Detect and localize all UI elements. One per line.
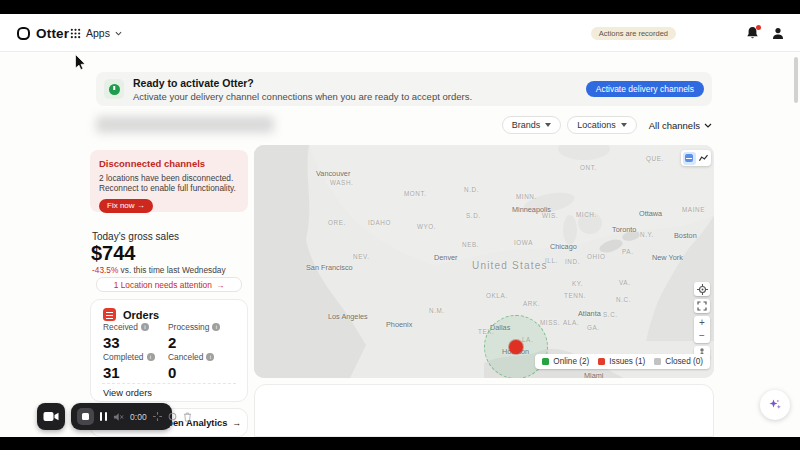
camera-button[interactable] [37,403,65,430]
fullscreen-icon [697,301,707,311]
channels-filter[interactable]: All channels [649,120,712,131]
sparkle-icon [768,398,782,412]
restart-button[interactable] [168,412,177,421]
user-icon [772,27,784,40]
state-label: MAINE [682,206,705,213]
trash-icon [183,412,192,422]
power-icon-tile [104,79,124,99]
alert-title: Disconnected channels [99,158,239,169]
city-label: Miami [584,371,603,378]
city-label: San Francisco [306,263,353,272]
city-label: Phoenix [386,320,412,329]
city-label: Boston [674,231,697,240]
legend-item-online: Online (2) [542,357,589,366]
power-icon [109,84,120,95]
country-label: United States [472,260,548,271]
state-label: NEB. [462,241,479,248]
stat-value: 2 [168,334,238,351]
state-label: N.C. [616,296,631,303]
ai-assistant-button[interactable] [760,390,790,420]
locations-filter[interactable]: Locations [567,116,637,134]
alert-body: 2 locations have been disconnected. Reco… [99,173,239,194]
pause-button[interactable] [100,412,107,421]
legend-swatch-closed [654,358,661,365]
notifications-button[interactable] [746,26,760,40]
state-label: ORE. [328,219,346,226]
info-icon[interactable] [147,353,155,361]
arrow-right-icon: → [232,418,241,428]
account-button[interactable] [772,26,784,44]
letterbox-top [0,0,800,14]
info-icon[interactable] [206,353,214,361]
location-attention-button[interactable]: 1 Location needs attention → [96,277,242,292]
state-label: OHIO [587,253,606,260]
info-icon[interactable] [212,323,220,331]
locate-icon [697,284,708,295]
state-label: IDAHO [368,219,391,226]
mute-button[interactable] [113,412,124,422]
stat-received: Received 33 [103,322,173,351]
state-label: VA. [619,279,630,286]
trend-icon [699,154,708,162]
otter-logo-icon [17,27,30,40]
locations-map[interactable]: WASH.ORE.IDAHOMONT.WYO.NEV.N.D.S.D.NEB.M… [254,145,714,378]
delta-suffix: vs. this time last Wednesday [121,265,226,275]
recording-time: 0:00 [130,412,147,422]
gross-sales-delta: -43.5% vs. this time last Wednesday [92,265,226,275]
city-label: New York [652,253,683,262]
trend-view-button[interactable] [697,152,710,165]
actions-recorded-badge: Actions are recorded [591,27,676,40]
state-label: IND. [565,258,580,265]
fix-now-button[interactable]: Fix now → [99,199,153,213]
state-label: OKLA. [486,292,508,299]
locate-button[interactable] [694,282,710,296]
crosshair-icon [153,412,162,421]
chevron-down-icon [621,123,627,127]
secondary-panel-card [254,384,714,437]
map-view-button[interactable] [683,152,696,165]
stop-recording-button[interactable] [77,408,94,425]
activate-delivery-channels-button[interactable]: Activate delivery channels [586,81,704,97]
fullscreen-button[interactable] [694,299,710,313]
issue-location-marker[interactable] [509,340,523,354]
brand[interactable]: Otter [17,26,69,41]
alert-line1: 2 locations have been disconnected. [99,173,233,183]
city-label: Ottawa [639,209,662,218]
locations-filter-label: Locations [577,120,616,130]
state-label: PA. [622,248,633,255]
mouse-cursor [75,54,86,70]
brand-name: Otter [36,26,69,41]
stat-value: 0 [168,364,238,381]
state-label: WASH. [330,179,353,186]
brands-filter[interactable]: Brands [502,116,562,134]
zoom-out-button[interactable]: − [699,330,705,342]
zoom-in-button[interactable]: + [699,317,705,329]
gross-sales-label: Today's gross sales [92,231,179,242]
banner-subtitle: Activate your delivery channel connectio… [133,91,472,102]
crosshair-button[interactable] [153,412,162,421]
legend-item-issues: Issues (1) [598,357,645,366]
city-label: Chicago [550,242,577,251]
state-label: ONT. [580,164,597,171]
city-label: Atlanta [578,309,601,318]
legend-label: Issues (1) [609,357,645,366]
orders-card: Orders Received 33 Processing 2 Complete… [90,299,248,402]
banner-title: Ready to activate Otter? [133,77,254,89]
map-view-toggles [681,150,711,166]
discard-button[interactable] [183,412,192,422]
speaker-muted-icon [113,412,124,422]
state-label: N.D. [464,186,479,193]
legend-label: Closed (0) [665,357,703,366]
disconnected-channels-card: Disconnected channels 2 locations have b… [90,150,248,212]
state-label: MONT. [404,190,427,197]
gross-sales-amount: $744 [91,242,136,265]
scrollbar-thumb[interactable] [794,57,798,103]
delta-value: -43.5% [92,265,118,275]
city-label: Minneapolis [512,205,551,214]
apps-menu-button[interactable]: Apps [70,27,122,39]
chevron-down-icon [704,123,712,128]
view-orders-link[interactable]: View orders [103,388,152,398]
recorder-toolbar: 0:00 [71,403,172,430]
info-icon[interactable] [141,323,149,331]
city-label: Vancouver [316,169,350,178]
